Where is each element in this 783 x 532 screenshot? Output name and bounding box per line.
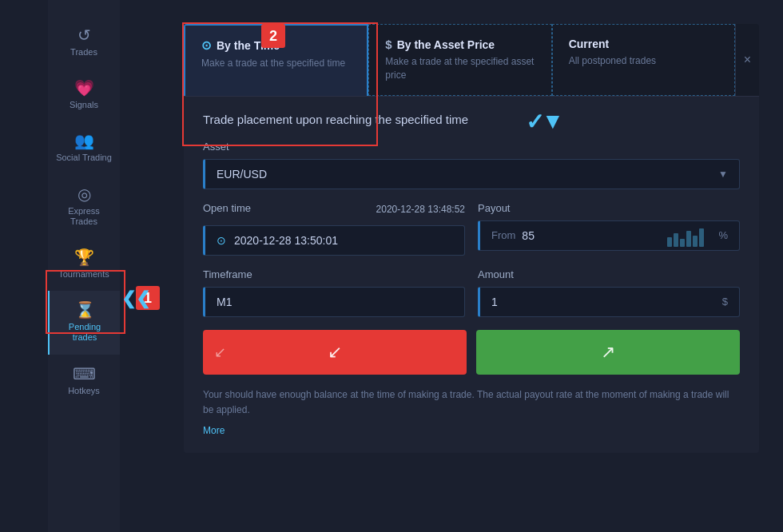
sidebar-item-label-trades: Trades <box>70 47 97 58</box>
sidebar-item-tournaments[interactable]: 🏆 Tournaments <box>48 238 120 291</box>
amount-value[interactable] <box>491 296 714 308</box>
chart-bar-2 <box>674 233 678 247</box>
sidebar-item-label-express: Express Trades <box>54 206 113 227</box>
payout-field: From 85 % <box>478 220 740 251</box>
chart-bar-4 <box>686 231 691 247</box>
payout-from-label: From <box>491 229 515 241</box>
asset-value: EUR/USD <box>217 168 267 181</box>
tab-current[interactable]: Current All postponed trades <box>552 24 735 96</box>
hotkeys-icon: ⌨ <box>73 366 96 382</box>
sidebar-item-label-signals: Signals <box>70 100 98 110</box>
asset-select[interactable]: EUR/USD ▼ <box>203 159 740 189</box>
sidebar-item-signals[interactable]: 💗 Signals <box>48 69 120 121</box>
timeframe-label: Timeframe <box>203 268 465 280</box>
section-title: Trade placement upon reaching the specif… <box>203 113 740 126</box>
tab-current-desc: All postponed trades <box>569 54 718 68</box>
trade-modal: ⊙ By the Time Make a trade at the specif… <box>184 24 759 453</box>
up-arrow-icon: ↗ <box>601 342 615 363</box>
sidebar-item-express-trades[interactable]: ◎ Express Trades <box>48 175 120 238</box>
sidebar-item-label-social: Social Trading <box>56 153 112 163</box>
chevron-left-icon-1: ❮ <box>121 290 136 308</box>
more-link[interactable]: More <box>203 425 225 436</box>
tab-asset-price-desc: Make a trade at the specified asset pric… <box>385 55 535 82</box>
footer-text: Your should have enough balance at the t… <box>203 387 740 418</box>
annotation-number-2: 2 <box>261 24 285 48</box>
tab-by-the-asset-price[interactable]: $ By the Asset Price Make a trade at the… <box>368 24 551 96</box>
down-arrow-right-icon: ↙ <box>328 342 342 363</box>
clock-icon: ⊙ <box>217 234 226 247</box>
social-trading-icon: 👥 <box>74 133 94 149</box>
amount-unit: $ <box>722 296 728 308</box>
open-time-date: 2020-12-28 13:48:52 <box>376 204 465 215</box>
chart-bar-5 <box>693 236 698 247</box>
signals-icon: 💗 <box>74 80 94 96</box>
payout-chart <box>667 221 715 250</box>
sidebar-item-pending-trades[interactable]: ⌛ Pendingtrades <box>48 291 120 354</box>
payout-group: Payout From 85 % <box>478 202 740 256</box>
close-button[interactable]: × <box>735 24 759 96</box>
open-time-label: Open time <box>203 202 251 214</box>
timeframe-input[interactable] <box>203 287 465 317</box>
timeframe-group: Timeframe <box>203 268 465 317</box>
tab-by-the-time-desc: Make a trade at the specified time <box>201 57 351 70</box>
asset-label: Asset <box>203 141 740 153</box>
asset-chevron-icon: ▼ <box>718 169 728 180</box>
trade-buttons: ↙ ↙ ↗ <box>203 330 740 375</box>
timeframe-amount-row: Timeframe Amount $ <box>203 268 740 317</box>
sidebar-item-label-hotkeys: Hotkeys <box>68 386 100 396</box>
chart-bar-6 <box>699 228 704 246</box>
sidebar-item-label-tournaments: Tournaments <box>58 269 109 280</box>
open-time-payout-row: Open time 2020-12-28 13:48:52 ⊙ Payout F… <box>203 202 740 256</box>
dollar-tab-icon: $ <box>385 38 392 51</box>
amount-group: Amount $ <box>478 268 740 317</box>
chart-bar-1 <box>667 237 672 246</box>
trade-down-button[interactable]: ↙ ↙ <box>203 330 467 375</box>
chart-bar-3 <box>680 239 685 247</box>
close-icon: × <box>744 53 751 67</box>
sidebar-item-label-pending: Pendingtrades <box>69 322 101 343</box>
down-arrow-left-icon: ↙ <box>214 343 226 361</box>
open-time-value[interactable] <box>234 234 453 247</box>
asset-field-group: Asset EUR/USD ▼ <box>203 141 740 189</box>
annotation-number-1: 1 <box>136 286 160 310</box>
modal-content: Trade placement upon reaching the specif… <box>184 97 759 453</box>
tab-current-title: Current <box>569 38 718 50</box>
tournaments-icon: 🏆 <box>74 249 94 265</box>
express-trades-icon: ◎ <box>78 186 91 202</box>
amount-label: Amount <box>478 268 740 280</box>
open-time-group: Open time 2020-12-28 13:48:52 ⊙ <box>203 202 465 256</box>
amount-input[interactable]: $ <box>478 287 740 317</box>
sidebar-item-hotkeys[interactable]: ⌨ Hotkeys <box>48 355 120 407</box>
pending-trades-icon: ⌛ <box>75 302 95 318</box>
payout-label: Payout <box>478 202 740 214</box>
timeframe-value[interactable] <box>217 296 453 308</box>
sidebar: ↺ Trades 💗 Signals 👥 Social Trading ◎ Ex… <box>48 0 120 532</box>
open-time-input[interactable]: ⊙ <box>203 225 465 256</box>
sidebar-item-trades[interactable]: ↺ Trades <box>48 16 120 69</box>
clock-tab-icon: ⊙ <box>201 38 212 53</box>
tab-asset-price-title: $ By the Asset Price <box>385 38 535 51</box>
trades-icon: ↺ <box>78 27 91 43</box>
payout-unit: % <box>718 229 728 241</box>
sidebar-item-social-trading[interactable]: 👥 Social Trading <box>48 121 120 174</box>
trade-up-button[interactable]: ↗ <box>476 330 740 375</box>
